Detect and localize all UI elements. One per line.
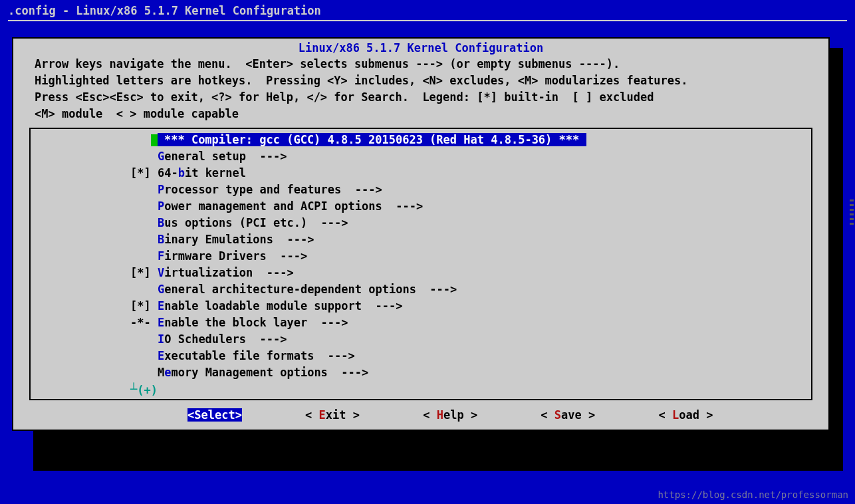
- title-underline: [8, 20, 847, 21]
- button-bar: <Select> < Exit > < Help > < Save > < Lo…: [15, 404, 827, 428]
- help-text: Arrow keys navigate the menu. <Enter> se…: [15, 55, 827, 125]
- menu-item-2[interactable]: [*] 64-bit kernel: [31, 165, 811, 182]
- select-button[interactable]: <Select>: [187, 408, 242, 422]
- menu-item-9[interactable]: General architecture-dependent options -…: [31, 281, 811, 298]
- menu-area: *** Compiler: gcc (GCC) 4.8.5 20150623 (…: [29, 128, 812, 400]
- watermark: https://blog.csdn.net/professorman: [658, 489, 848, 500]
- menu-item-10[interactable]: [*] Enable loadable module support --->: [31, 298, 811, 315]
- menu-item-12[interactable]: IO Schedulers --->: [31, 331, 811, 348]
- load-button[interactable]: < Load >: [658, 408, 713, 422]
- menu-item-13[interactable]: Executable file formats --->: [31, 348, 811, 364]
- menu-item-1[interactable]: General setup --->: [31, 148, 811, 165]
- menu-item-0[interactable]: *** Compiler: gcc (GCC) 4.8.5 20150623 (…: [31, 132, 811, 148]
- menu-item-11[interactable]: -*- Enable the block layer --->: [31, 315, 811, 331]
- dialog-title: Linux/x86 5.1.7 Kernel Configuration: [15, 40, 827, 55]
- menu-item-4[interactable]: Power management and ACPI options --->: [31, 198, 811, 215]
- window-title: .config - Linux/x86 5.1.7 Kernel Configu…: [0, 0, 855, 19]
- menu-item-8[interactable]: [*] Virtualization --->: [31, 265, 811, 281]
- help-button[interactable]: < Help >: [423, 408, 477, 422]
- save-button[interactable]: < Save >: [541, 408, 595, 422]
- more-indicator: ┴(+): [31, 381, 811, 399]
- menu-item-3[interactable]: Processor type and features --->: [31, 182, 811, 198]
- config-dialog: Linux/x86 5.1.7 Kernel Configuration Arr…: [12, 37, 830, 431]
- scrollbar-marks: [850, 199, 854, 225]
- menu-item-5[interactable]: Bus options (PCI etc.) --->: [31, 215, 811, 231]
- exit-button[interactable]: < Exit >: [305, 408, 360, 422]
- screen-root: .config - Linux/x86 5.1.7 Kernel Configu…: [0, 0, 855, 504]
- menu-item-6[interactable]: Binary Emulations --->: [31, 231, 811, 248]
- menu-item-7[interactable]: Firmware Drivers --->: [31, 248, 811, 265]
- menu-item-14[interactable]: Memory Management options --->: [31, 364, 811, 381]
